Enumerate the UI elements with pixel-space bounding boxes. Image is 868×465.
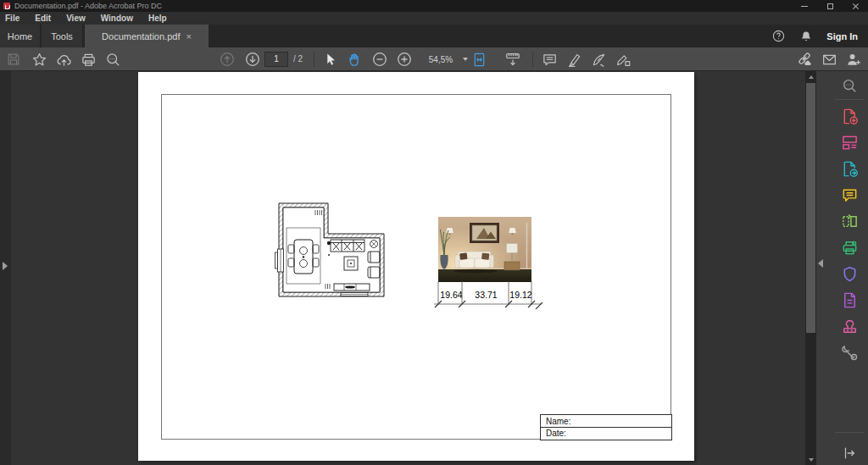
highlight-tool-button[interactable] <box>564 49 584 69</box>
zoom-level-dropdown[interactable]: 54,5% <box>419 52 468 67</box>
tab-bar: Home Tools Documentation.pdf × Sign In <box>0 25 868 47</box>
menu-view[interactable]: View <box>58 12 93 25</box>
document-workspace: 19.64 33.71 19.12 Name: Date: <box>0 71 868 465</box>
page-fit-view-button[interactable] <box>469 49 489 69</box>
left-pane-strip <box>0 71 11 465</box>
zoom-out-button[interactable] <box>370 49 390 69</box>
close-icon <box>852 3 860 10</box>
tab-document-label: Documentation.pdf <box>102 31 180 42</box>
organize-pages-tool-button[interactable] <box>838 210 860 232</box>
minimize-icon <box>801 6 808 7</box>
arrow-down-icon <box>809 458 814 462</box>
save-button[interactable] <box>3 49 24 69</box>
menu-edit[interactable]: Edit <box>27 12 58 25</box>
sign-in-button[interactable]: Sign In <box>826 31 861 42</box>
notifications-bell-icon[interactable] <box>799 30 813 43</box>
acrobat-logo-icon <box>3 3 10 9</box>
scrollbar-thumb[interactable] <box>806 83 815 333</box>
minimize-button[interactable] <box>792 0 817 12</box>
chevron-down-icon <box>463 58 468 61</box>
pdf-page: 19.64 33.71 19.12 Name: Date: <box>138 72 694 461</box>
star-favorites-button[interactable] <box>29 49 49 69</box>
maximize-icon <box>827 3 833 9</box>
send-email-button[interactable] <box>819 49 839 69</box>
create-pdf-tool-button[interactable] <box>838 105 860 127</box>
search-tool-button[interactable] <box>838 75 860 97</box>
help-icon[interactable] <box>771 29 786 43</box>
scroll-up-button[interactable] <box>805 71 816 82</box>
vertical-scrollbar[interactable] <box>805 71 816 465</box>
fill-sign-tool-button[interactable] <box>613 49 633 69</box>
name-row: Name: <box>541 415 671 428</box>
tab-document[interactable]: Documentation.pdf × <box>85 25 209 47</box>
dimension-value: 19.12 <box>509 290 532 300</box>
menu-file[interactable]: File <box>0 12 27 25</box>
prepare-form-tool-button[interactable] <box>838 289 860 311</box>
measure-tool-button[interactable] <box>503 49 523 69</box>
title-block-table: Name: Date: <box>540 414 672 440</box>
tools-sidebar <box>816 71 868 465</box>
protect-tool-button[interactable] <box>838 263 860 285</box>
menu-bar: File Edit View Window Help <box>0 12 868 25</box>
scroll-down-button[interactable] <box>805 454 816 465</box>
expand-pane-button[interactable] <box>838 442 860 464</box>
title-bar: Documentation.pdf - Adobe Acrobat Pro DC <box>0 0 868 12</box>
page-number-input[interactable]: 1 <box>264 52 288 67</box>
print-button[interactable] <box>78 49 98 69</box>
tab-close-icon[interactable]: × <box>186 32 191 41</box>
interior-render-image <box>438 217 531 282</box>
export-pdf-tool-button[interactable] <box>838 158 860 180</box>
tab-home[interactable]: Home <box>0 25 40 47</box>
close-button[interactable] <box>843 0 868 12</box>
dimension-value: 33.71 <box>464 290 509 300</box>
window-title: Documentation.pdf - Adobe Acrobat Pro DC <box>14 2 162 10</box>
add-user-button[interactable] <box>843 49 864 69</box>
combine-files-tool-button[interactable] <box>838 131 860 153</box>
hand-tool-button[interactable] <box>344 49 364 69</box>
collapse-right-pane-icon[interactable] <box>818 259 823 268</box>
menu-window[interactable]: Window <box>93 12 141 25</box>
share-cloud-button[interactable] <box>53 49 74 69</box>
stamp-tool-button[interactable] <box>838 315 860 337</box>
print-production-tool-button[interactable] <box>838 236 860 258</box>
comment-tool-sidebar-button[interactable] <box>838 184 860 206</box>
date-row: Date: <box>541 428 671 440</box>
select-tool-button[interactable] <box>320 49 340 69</box>
menu-help[interactable]: Help <box>141 12 175 25</box>
previous-page-button[interactable] <box>217 49 237 69</box>
sign-tool-button[interactable] <box>588 49 609 69</box>
zoom-level-value: 54,5% <box>419 55 463 64</box>
page-total-label: / 2 <box>293 52 303 67</box>
drawing-frame-border <box>161 94 671 440</box>
main-toolbar: 1 / 2 54,5% <box>0 47 868 71</box>
tab-tools[interactable]: Tools <box>42 25 82 47</box>
arrow-up-icon <box>809 75 814 79</box>
dimension-value: 19.64 <box>440 290 463 300</box>
share-link-button[interactable] <box>794 49 815 69</box>
zoom-in-button[interactable] <box>394 49 415 69</box>
document-canvas[interactable]: 19.64 33.71 19.12 Name: Date: <box>11 71 816 465</box>
comment-tool-button[interactable] <box>539 49 559 69</box>
more-tools-button[interactable] <box>838 341 860 363</box>
maximize-button[interactable] <box>817 0 843 12</box>
open-left-pane-icon[interactable] <box>3 262 8 270</box>
floor-plan-drawing <box>275 202 387 297</box>
next-page-button[interactable] <box>242 49 263 69</box>
search-button[interactable] <box>103 49 123 69</box>
